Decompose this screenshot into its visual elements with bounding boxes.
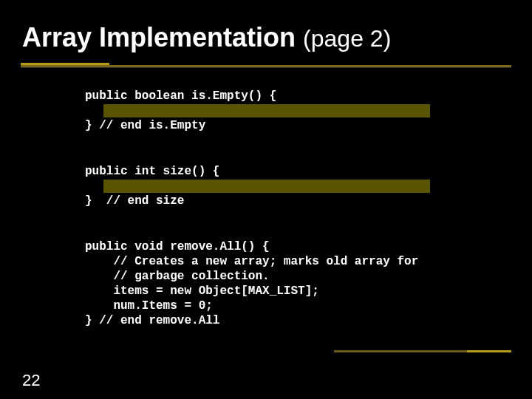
title-main: Array Implementation <box>22 22 303 52</box>
code-line: } // end remove.All <box>85 314 219 327</box>
code-line: items = new Object[MAX_LIST]; <box>85 284 319 298</box>
code-line: public boolean is.Empty() { <box>85 89 276 103</box>
title-underline-accent <box>21 63 109 65</box>
redacted-line <box>103 104 430 117</box>
code-line: public void remove.All() { <box>85 240 270 253</box>
slide-title: Array Implementation (page 2) <box>22 22 391 53</box>
code-line: num.Items = 0; <box>85 299 213 313</box>
code-line: // garbage collection. <box>85 270 270 283</box>
code-line: // Creates a new array; marks old array … <box>85 255 418 268</box>
page-number: 22 <box>22 371 40 390</box>
footer-rule-accent <box>467 350 511 352</box>
slide: Array Implementation (page 2) public boo… <box>0 0 532 399</box>
title-sub: (page 2) <box>303 25 391 52</box>
title-underline <box>21 65 511 67</box>
code-block: public boolean is.Empty() { } // end is.… <box>85 74 484 343</box>
redacted-line <box>103 180 430 193</box>
code-line: } // end size <box>85 194 184 208</box>
code-line: } // end is.Empty <box>85 119 205 132</box>
code-line: public int size() { <box>85 165 219 178</box>
